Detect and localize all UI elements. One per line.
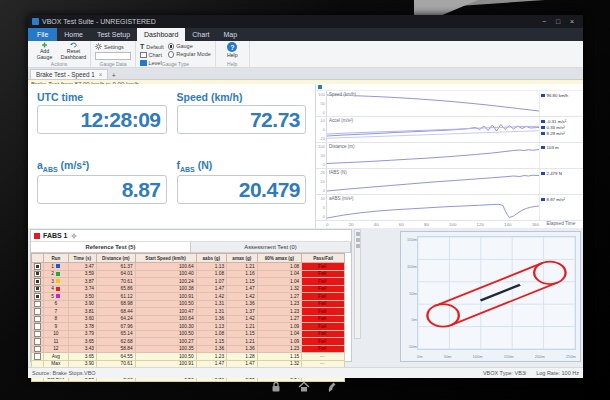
gauge-data-field[interactable] <box>95 52 131 60</box>
column-header[interactable]: aabs (g) <box>196 254 226 263</box>
strip-plot[interactable]: Distance (m) <box>326 143 539 168</box>
pass-fail-cell: Fail <box>302 293 345 301</box>
tab-dashboard[interactable]: Dashboard <box>137 28 185 41</box>
tab-test-setup[interactable]: Test Setup <box>90 28 137 41</box>
gauge-aabs: aABS (m/s²) 8.87 <box>37 159 167 221</box>
tab-chart[interactable]: Chart <box>185 28 216 41</box>
pass-fail-cell: Fail <box>302 300 345 308</box>
column-header[interactable]: amax (g) <box>227 254 257 263</box>
row-checkbox[interactable] <box>34 346 41 353</box>
y-tick-label: 0 <box>323 188 325 193</box>
row-checkbox-cell[interactable] <box>32 345 44 353</box>
default-label: Default <box>146 44 163 50</box>
value-cell: 3.65 <box>68 338 96 346</box>
row-checkbox[interactable] <box>34 271 41 278</box>
legend-value: 8.29 m/s² <box>547 131 565 136</box>
close-button[interactable]: × <box>565 15 579 28</box>
minimize-button[interactable]: − <box>537 15 551 28</box>
strip-legend: 96.80 km/h <box>539 91 583 116</box>
row-checkbox-cell[interactable] <box>32 315 44 323</box>
lock-icon[interactable] <box>271 381 281 393</box>
row-checkbox-cell[interactable] <box>32 323 44 331</box>
row-checkbox-cell[interactable] <box>32 308 44 316</box>
column-header[interactable]: Pass/Fail <box>302 254 345 263</box>
add-gauge-button[interactable]: Add Gauge <box>32 42 57 60</box>
row-checkbox-cell[interactable] <box>32 263 44 271</box>
value-cell: 1.15 <box>227 278 257 286</box>
pass-fail-cell: Fail <box>302 278 345 286</box>
strip-plot[interactable]: Accel (m/s²) <box>326 117 539 142</box>
settings-button[interactable]: Settings <box>95 43 131 50</box>
tab-file[interactable]: File <box>28 28 57 41</box>
value-cell: 1.47 <box>196 285 226 293</box>
column-header[interactable]: 90% amax (g) <box>257 254 302 263</box>
add-gauge-label: Add Gauge <box>32 49 57 60</box>
row-checkbox-cell[interactable] <box>32 285 44 293</box>
tab-reference-test[interactable]: Reference Test (5) <box>31 242 191 252</box>
column-header[interactable]: Distance (m) <box>97 254 136 263</box>
row-checkbox[interactable] <box>34 301 41 308</box>
legend-item: 2.479 N <box>541 171 582 176</box>
legend-value: 8.87 m/s² <box>547 197 565 202</box>
tab-map[interactable]: Map <box>216 28 244 41</box>
new-tab-button[interactable]: + <box>108 72 119 79</box>
row-checkbox-cell[interactable] <box>32 338 44 346</box>
column-header[interactable]: Time (s) <box>68 254 96 263</box>
strip-plot[interactable]: fABS (N) <box>326 169 539 194</box>
table-row: 63.9068.98100.501.311.361.23Fail <box>32 300 345 308</box>
strip-line-svg <box>327 143 539 168</box>
strip-plot[interactable]: Speed (km/h) <box>326 91 539 116</box>
row-checkbox-cell[interactable] <box>32 360 44 367</box>
row-checkbox-cell[interactable] <box>32 270 44 278</box>
value-cell: 1.23 <box>257 300 302 308</box>
gear-icon <box>95 43 102 50</box>
run-label: 3 <box>51 279 54 284</box>
row-checkbox-cell[interactable] <box>32 300 44 308</box>
gauge-label: aABS (m/s²) <box>37 159 167 173</box>
row-checkbox-cell[interactable] <box>32 330 44 338</box>
table-gear-icon[interactable] <box>71 233 77 239</box>
gauge-type-gauge-option[interactable]: Gauge <box>168 43 211 50</box>
pass-fail-cell: --- <box>302 360 345 367</box>
row-checkbox[interactable] <box>34 263 41 270</box>
row-checkbox[interactable] <box>34 331 41 338</box>
row-checkbox-cell[interactable] <box>32 278 44 286</box>
reset-dashboard-button[interactable]: Reset Dashboard <box>61 42 86 60</box>
phone-icon[interactable] <box>327 381 339 393</box>
home-icon[interactable] <box>298 381 310 393</box>
document-tab-close-icon[interactable]: × <box>99 71 103 78</box>
table-side-toolbar[interactable] <box>354 229 361 339</box>
row-checkbox[interactable] <box>34 308 41 315</box>
run-cell: Max <box>44 360 68 367</box>
document-tab[interactable]: Brake Test - Speed 1 × <box>30 69 108 79</box>
regular-mode-radio[interactable] <box>168 51 175 58</box>
gauge-type-chart-option[interactable]: Chart <box>140 52 164 59</box>
row-checkbox-cell[interactable] <box>32 353 44 361</box>
value-cell: 1.23 <box>196 353 226 361</box>
column-header[interactable]: Start Speed (km/h) <box>135 254 196 263</box>
maximize-button[interactable]: □ <box>551 15 565 28</box>
row-checkbox[interactable] <box>34 316 41 323</box>
row-checkbox[interactable] <box>34 323 41 330</box>
row-checkbox-cell[interactable] <box>32 293 44 301</box>
row-checkbox[interactable] <box>34 353 41 360</box>
pass-fail-cell: Fail <box>302 308 345 316</box>
help-button[interactable]: ? Help <box>220 42 245 60</box>
tab-assessment-test[interactable]: Assessment Test (0) <box>191 242 351 252</box>
row-checkbox[interactable] <box>34 278 41 285</box>
gauge-radio[interactable] <box>168 43 175 50</box>
row-checkbox[interactable] <box>34 293 41 300</box>
column-header[interactable] <box>32 254 44 263</box>
settings-label: Settings <box>104 44 124 50</box>
column-header[interactable]: Run <box>44 254 68 263</box>
gauge-type-regular-mode-option[interactable]: Regular Mode <box>168 51 211 58</box>
table-row: 113.6562.68100.271.151.211.09Fail <box>32 338 345 346</box>
run-cell: 2 <box>44 270 68 278</box>
chart-strip-2: 100-10Accel (m/s²)-0.31 m/s²0.33 m/s²8.2… <box>316 117 583 143</box>
tab-home[interactable]: Home <box>57 28 90 41</box>
row-checkbox[interactable] <box>34 338 41 345</box>
strip-plot[interactable]: aABS (m/s²) <box>326 195 539 220</box>
row-checkbox[interactable] <box>34 286 41 293</box>
gauge-type-default-option[interactable]: T Default <box>140 43 164 50</box>
chart-checkbox[interactable] <box>140 52 147 59</box>
